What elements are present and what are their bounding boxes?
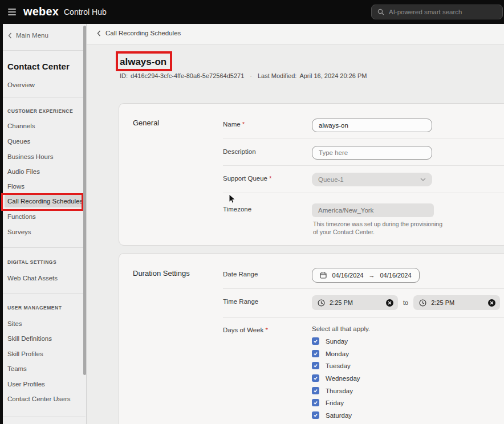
time-range-field-label: Time Range [223,298,258,305]
sidebar-item-queues[interactable]: Queues [7,138,30,145]
sidebar-item-functions[interactable]: Functions [7,213,36,220]
sidebar-item-sites[interactable]: Sites [7,320,22,327]
checkbox-sunday[interactable] [312,337,319,345]
id-label: ID: [120,72,128,79]
close-icon [490,301,494,305]
required-asterisk: * [242,121,245,128]
sidebar-item-business-hours[interactable]: Business Hours [7,153,54,160]
section-heading-user-management: USER MANAGEMENT [7,305,62,311]
divider [3,293,86,293]
day-label: Wednesday [326,375,360,382]
close-icon [388,301,392,305]
checkbox-friday[interactable] [312,399,319,406]
sidebar-item-flows[interactable]: Flows [7,183,25,190]
sidebar-item-skill-profiles[interactable]: Skill Profiles [7,350,43,357]
timezone-field-label: Timezone [223,206,251,213]
breadcrumb-back-link[interactable]: Call Recording Schedules [97,30,181,36]
sidebar-item-teams[interactable]: Teams [7,365,27,372]
timezone-help-text: This timezone was set up during the prov… [313,220,444,236]
check-icon [313,339,318,344]
topbar: webex Control Hub AI-powered smart searc… [0,0,504,24]
divider [223,138,504,138]
divider [223,288,504,289]
support-queue-select[interactable]: Queue-1 [312,173,432,186]
sidebar-item-contact-center-users[interactable]: Contact Center Users [7,396,71,402]
breadcrumb-label: Call Recording Schedules [105,30,181,36]
section-heading-digital-settings: DIGITAL SETTINGS [7,259,56,265]
date-range-field-label: Date Range [223,271,258,278]
day-checkbox-row: Tuesday [312,362,351,369]
timezone-input: America/New_York [312,203,434,217]
product-name: Control Hub [64,7,107,17]
timezone-value: America/New_York [318,207,373,214]
sidebar-item-call-recording-schedules[interactable]: Call Recording Schedules [5,195,83,207]
search-placeholder: AI-powered smart search [389,9,462,15]
chevron-left-icon [97,30,101,36]
time-end-picker[interactable]: 2:25 PM [413,295,500,310]
sidebar-item-web-chat-assets[interactable]: Web Chat Assets [7,275,58,282]
days-of-week-field-label: Days of Week* [223,327,268,333]
date-range-picker[interactable]: 04/16/2024 → 04/16/2024 [312,268,420,283]
general-section-card: General Name* Description Support Queue*… [119,103,504,246]
day-label: Monday [326,350,349,357]
last-modified-value: April 16, 2024 20:26 PM [299,72,367,79]
main-menu-back-link[interactable]: Main Menu [8,32,48,39]
sidebar-item-user-profiles[interactable]: User Profiles [7,381,45,388]
check-icon [313,351,318,356]
sidebar-item-audio-files[interactable]: Audio Files [7,168,40,175]
description-field-label: Description [223,148,256,155]
day-label: Tuesday [326,362,351,369]
checkbox-saturday[interactable] [312,411,319,419]
check-icon [313,363,318,368]
webex-control-hub-screen: webex Control Hub AI-powered smart searc… [0,0,504,424]
time-start-picker[interactable]: 2:25 PM [312,295,398,310]
day-label: Thursday [326,388,353,394]
day-checkbox-row: Saturday [312,411,352,419]
days-hint-text: Select all that apply. [312,325,370,332]
main-content: Call Recording Schedules always-on ID: d… [87,24,504,424]
checkbox-monday[interactable] [312,350,319,357]
sidebar-scrollbar[interactable] [83,26,86,375]
arrow-right-icon: → [369,272,375,279]
section-heading-customer-experience: CUSTOMER EXPERIENCE [7,108,73,114]
id-value: d416c294-3cfc-4ffe-80a6-5e72564d5271 [131,72,244,79]
day-label: Friday [326,399,344,406]
chevron-down-icon [420,178,426,181]
sidebar-item-overview[interactable]: Overview [7,81,35,88]
main-menu-label: Main Menu [16,32,48,39]
clock-icon [419,299,426,307]
duration-section-title: Duration Settings [133,269,190,278]
search-icon [377,9,384,15]
date-start-value: 04/16/2024 [332,272,363,279]
checkbox-tuesday[interactable] [312,362,319,369]
divider [3,247,86,248]
sidebar-item-surveys[interactable]: Surveys [7,229,31,235]
support-queue-field-label: Support Queue* [223,175,272,182]
calendar-icon [320,272,327,279]
general-section-title: General [133,119,159,127]
divider [3,97,86,97]
clock-icon [318,299,325,307]
divider [223,193,504,193]
clear-time-end-button[interactable] [488,299,495,307]
webex-logo: webex [23,5,59,18]
day-label: Sunday [326,338,348,345]
sidebar-item-channels[interactable]: Channels [7,123,35,129]
sidebar-item-skill-definitions[interactable]: Skill Definitions [7,335,52,342]
clear-time-start-button[interactable] [386,299,393,307]
day-checkbox-row: Sunday [312,337,348,345]
divider [3,50,86,51]
page-title: always-on [120,56,166,68]
divider [223,317,504,318]
search-input[interactable]: AI-powered smart search [371,5,503,19]
description-input[interactable] [312,146,432,160]
name-input[interactable] [312,119,432,132]
record-meta-line: ID: d416c294-3cfc-4ffe-80a6-5e72564d5271… [120,72,367,79]
last-modified-label: Last Modified: [258,72,296,79]
sidebar: Main Menu Contact Center Overview CUSTOM… [3,24,87,424]
checkbox-wednesday[interactable] [312,374,319,382]
day-label: Saturday [326,412,352,419]
check-icon [313,400,318,405]
hamburger-menu-icon[interactable] [8,9,16,15]
checkbox-thursday[interactable] [312,387,319,394]
